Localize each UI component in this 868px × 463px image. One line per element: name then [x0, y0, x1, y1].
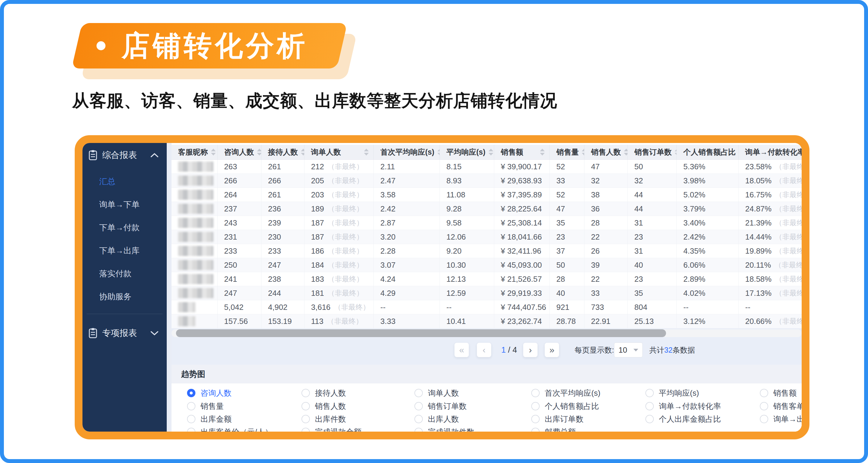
trend-metric-radio-2[interactable]: 询单人数: [414, 387, 459, 398]
table-cell: 21.39%（非最终）: [739, 216, 807, 230]
radio-icon[interactable]: [187, 428, 195, 432]
radio-icon[interactable]: [302, 428, 310, 432]
radio-icon[interactable]: [645, 389, 654, 397]
table-cell: ¥ 29,638.93: [494, 174, 550, 188]
table-cell: 39: [584, 258, 628, 272]
sort-icon[interactable]: [672, 149, 677, 155]
sidebar-section-comprehensive[interactable]: 综合报表: [83, 148, 167, 162]
radio-icon[interactable]: [531, 428, 539, 432]
radio-icon[interactable]: [302, 402, 310, 410]
table-cell: 31: [628, 216, 677, 230]
column-label: 个人销售额占比: [683, 147, 736, 157]
title-banner: 店铺转化分析: [77, 23, 342, 68]
radio-icon[interactable]: [645, 415, 654, 423]
non-final-tag: （非最终）: [775, 274, 807, 284]
non-final-tag: （非最终）: [775, 218, 807, 228]
trend-metric-radio-15[interactable]: 出库订单数: [531, 414, 584, 425]
sidebar-section-special[interactable]: 专项报表: [83, 326, 167, 340]
radio-selected-icon[interactable]: [187, 389, 195, 397]
trend-metric-radio-20[interactable]: 完成退款件数: [414, 427, 474, 432]
column-label: 询单→付款转化率: [745, 147, 805, 157]
sidebar-item-0[interactable]: 汇总: [83, 175, 167, 188]
table-cell: 20.66%（非最终）: [739, 314, 807, 328]
sort-icon[interactable]: [254, 149, 261, 155]
radio-icon[interactable]: [414, 389, 423, 397]
sort-icon[interactable]: [537, 149, 545, 155]
pagination-last-button[interactable]: »: [545, 343, 559, 357]
trend-metric-radio-8[interactable]: 销售订单数: [414, 401, 467, 411]
trend-chart-header: 趋势图: [172, 365, 802, 383]
trend-metric-radio-19[interactable]: 完成退款金额: [302, 427, 362, 432]
sidebar-item-3[interactable]: 下单→出库: [83, 244, 167, 257]
sidebar-item-4[interactable]: 落实付款: [83, 267, 167, 280]
sidebar-item-1[interactable]: 询单→下单: [83, 198, 167, 211]
horizontal-scrollbar-track[interactable]: [172, 329, 802, 337]
table-cell: 47: [550, 202, 584, 216]
trend-metric-radio-5[interactable]: 销售额: [760, 387, 797, 398]
table-footer-area: « ‹ 1 / 4 › » 每页显示数: 10 共计32条数据 趋势图 咨询人数…: [172, 328, 802, 432]
pagination-next-button[interactable]: ›: [523, 343, 537, 357]
radio-icon[interactable]: [531, 389, 539, 397]
page-size-label: 每页显示数:: [575, 343, 614, 357]
radio-icon[interactable]: [760, 402, 768, 410]
table-cell: 47: [584, 160, 628, 174]
trend-metric-radio-21[interactable]: 邮费总额: [531, 427, 576, 432]
table-cell: 12.13: [440, 272, 494, 286]
table-row: 263261212（非最终）2.118.15¥ 39,900.175247505…: [172, 160, 809, 174]
table-cell: ¥ 28,225.64: [494, 202, 550, 216]
column-label: 接待人数: [268, 147, 298, 157]
table-cell: 266: [218, 174, 261, 188]
sort-icon[interactable]: [736, 149, 739, 155]
table-cell: 35: [550, 216, 584, 230]
non-final-tag: （非最终）: [328, 162, 363, 171]
trend-metric-radio-4[interactable]: 平均响应(s): [645, 387, 699, 398]
sort-icon[interactable]: [298, 149, 305, 155]
trend-metric-radio-0[interactable]: 咨询人数: [187, 387, 231, 398]
trend-metric-radio-12[interactable]: 出库金额: [187, 414, 231, 425]
table-cell: 5.36%: [677, 160, 739, 174]
trend-metric-radio-13[interactable]: 出库件数: [302, 414, 346, 425]
table-header-row: 客服昵称咨询人数接待人数询单人数首次平均响应(s)平均响应(s)销售额销售量销售…: [172, 145, 809, 160]
trend-metric-radio-6[interactable]: 销售量: [187, 401, 224, 411]
radio-icon[interactable]: [414, 428, 423, 432]
trend-metric-radio-10[interactable]: 询单→付款转化率: [645, 401, 721, 411]
trend-metric-radio-1[interactable]: 接待人数: [302, 387, 346, 398]
pagination-first-button[interactable]: «: [455, 343, 469, 357]
radio-icon[interactable]: [645, 402, 654, 410]
agent-name-cell-redacted: [172, 272, 218, 286]
trend-metric-radio-11[interactable]: 销售客单价: [760, 401, 802, 411]
trend-metric-radio-7[interactable]: 销售人数: [302, 401, 346, 411]
radio-icon[interactable]: [760, 389, 768, 397]
trend-metric-radio-17[interactable]: 询单→出库转化率: [760, 414, 802, 425]
trend-metric-radio-14[interactable]: 出库人数: [414, 414, 459, 425]
radio-icon[interactable]: [187, 402, 195, 410]
sort-icon[interactable]: [486, 149, 493, 155]
radio-icon[interactable]: [760, 415, 768, 423]
sort-icon[interactable]: [434, 149, 440, 155]
column-label: 咨询人数: [224, 147, 254, 157]
sort-icon[interactable]: [579, 149, 584, 155]
radio-icon[interactable]: [531, 402, 539, 410]
trend-metric-radio-18[interactable]: 出库客单价（元/人）: [187, 427, 273, 432]
radio-icon[interactable]: [302, 389, 310, 397]
radio-icon[interactable]: [302, 415, 310, 423]
radio-icon[interactable]: [187, 415, 195, 423]
trend-metric-radio-9[interactable]: 个人销售额占比: [531, 401, 599, 411]
table-cell: 2.89%: [677, 272, 739, 286]
trend-metric-radio-3[interactable]: 首次平均响应(s): [531, 387, 600, 398]
page-frame: 店铺转化分析 从客服、访客、销量、成交额、出库数等整天分析店铺转化情况 综合报表…: [0, 0, 868, 463]
sort-icon[interactable]: [208, 149, 216, 155]
horizontal-scrollbar-thumb[interactable]: [176, 329, 666, 337]
sort-icon[interactable]: [361, 149, 369, 155]
page-size-dropdown[interactable]: 10: [614, 343, 643, 357]
sort-icon[interactable]: [621, 149, 628, 155]
sidebar-item-5[interactable]: 协助服务: [83, 290, 167, 303]
chevron-down-icon: [633, 349, 638, 351]
pagination-prev-button[interactable]: ‹: [477, 343, 491, 357]
non-final-tag: （非最终）: [328, 176, 363, 185]
radio-icon[interactable]: [531, 415, 539, 423]
sidebar-item-2[interactable]: 下单→付款: [83, 221, 167, 234]
trend-metric-radio-16[interactable]: 个人出库金额占比: [645, 414, 721, 425]
radio-icon[interactable]: [414, 415, 423, 423]
radio-icon[interactable]: [414, 402, 423, 410]
